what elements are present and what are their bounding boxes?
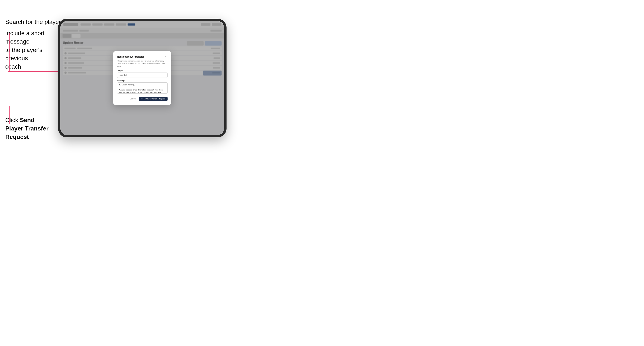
modal-header: Request player transfer ✕ [117, 55, 168, 58]
message-textarea[interactable]: Hi Coach McHarg, Please accept this tran… [117, 82, 168, 94]
request-transfer-dialog: Request player transfer ✕ If the player … [113, 51, 171, 105]
tablet-device: Update Roster [58, 19, 226, 137]
send-transfer-request-button[interactable]: Send Player Transfer Request [139, 97, 168, 101]
player-field-label: Player [117, 70, 168, 72]
modal-title: Request player transfer [117, 55, 144, 58]
modal-close-button[interactable]: ✕ [164, 55, 168, 58]
tablet-screen: Update Roster [60, 21, 224, 135]
modal-overlay: Request player transfer ✕ If the player … [60, 21, 224, 135]
modal-description: If the player is transferring from anoth… [117, 60, 168, 67]
message-field-label: Message [117, 80, 168, 82]
cancel-button[interactable]: Cancel [128, 97, 138, 101]
annotation-click-text: Click Send Player Transfer Request [5, 116, 54, 141]
annotation-message-text: Include a short messageto the player's p… [5, 29, 58, 71]
annotation-search-text: Search for the player. [5, 18, 62, 26]
player-search-input[interactable] [117, 73, 168, 78]
modal-actions: Cancel Send Player Transfer Request [117, 97, 168, 101]
